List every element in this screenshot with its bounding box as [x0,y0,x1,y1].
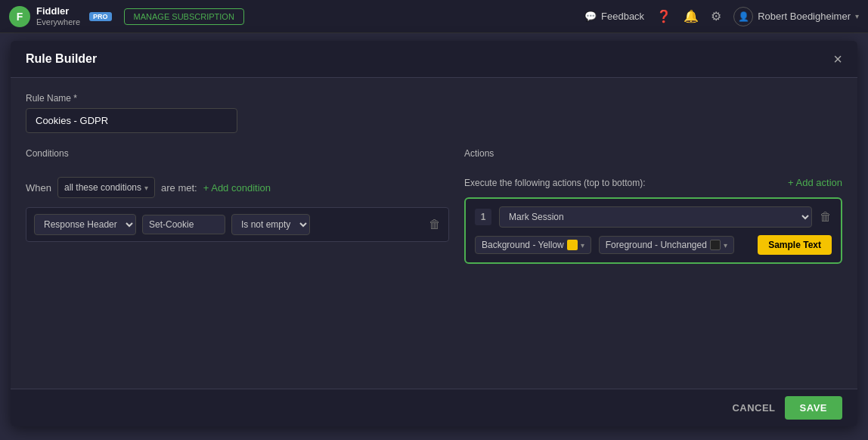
condition-filter3-select[interactable]: Is not empty [231,214,310,235]
notification-icon[interactable]: 🔔 [684,9,699,23]
conditions-section-title: Conditions [26,148,69,159]
actions-column: Actions Execute the following actions (t… [464,148,842,264]
app-sub: Everywhere [36,17,80,27]
pro-badge: PRO [89,12,112,21]
two-column-layout: Conditions When all these conditions ▾ a… [26,148,842,264]
condition-filter2-input[interactable] [142,215,225,234]
bg-color-label: Background - Yellow [482,240,564,250]
save-button[interactable]: SAVE [785,396,842,420]
condition-when-row: When all these conditions ▾ are met: + A… [26,177,449,198]
modal-footer: CANCEL SAVE [11,389,857,426]
rule-name-section: Rule Name * [26,93,842,133]
main-content: Rule Builder × Rule Name * Conditions Wh… [0,33,868,440]
action-bottom-row: Background - Yellow ▾ Foreground - Uncha… [475,235,832,255]
modal-body: Rule Name * Conditions When all these co… [11,78,857,389]
conditions-type-chevron-icon: ▾ [144,184,148,192]
modal-title: Rule Builder [26,52,97,66]
action-card: 1 Mark Session 🗑 Background - Yellow ▾ [464,197,842,264]
manage-subscription-button[interactable]: MANAGE SUBSCRIPTION [124,8,244,25]
action-delete-button[interactable]: 🗑 [820,210,832,224]
modal-close-button[interactable]: × [833,51,842,67]
foreground-color-select[interactable]: Foreground - Unchanged ▾ [599,236,734,254]
feedback-icon: 💬 [584,11,597,22]
are-met-label: are met: [161,182,197,194]
conditions-column: Conditions When all these conditions ▾ a… [26,148,449,264]
conditions-header: Conditions [26,148,449,168]
user-name: Robert Boedigheimer [758,11,851,22]
condition-row: Response Header Is not empty 🗑 [26,207,449,242]
condition-filter1-select[interactable]: Response Header [34,214,136,235]
execute-label: Execute the following actions (top to bo… [464,178,788,188]
action-top-row: 1 Mark Session 🗑 [475,206,832,228]
user-menu[interactable]: 👤 Robert Boedigheimer ▾ [733,7,859,26]
action-type-select[interactable]: Mark Session [499,206,812,228]
rule-name-label: Rule Name * [26,93,842,104]
app-logo: F Fiddler Everywhere PRO [9,5,112,27]
fg-color-dot [710,240,721,250]
cancel-button[interactable]: CANCEL [732,402,775,414]
rule-name-input[interactable] [26,108,237,133]
topbar: F Fiddler Everywhere PRO MANAGE SUBSCRIP… [0,0,868,33]
actions-header: Actions [464,148,842,168]
condition-delete-button[interactable]: 🗑 [429,218,441,231]
bg-chevron-icon: ▾ [581,241,584,249]
help-icon[interactable]: ❓ [656,9,671,23]
feedback-label: Feedback [601,11,644,22]
add-condition-button[interactable]: + Add condition [203,182,271,194]
user-chevron-icon: ▾ [855,12,859,20]
fg-color-label: Foreground - Unchanged [606,240,707,250]
logo-icon: F [9,6,30,27]
actions-section-title: Actions [464,148,494,159]
bg-color-dot [567,240,578,250]
background-color-select[interactable]: Background - Yellow ▾ [475,236,591,254]
fg-chevron-icon: ▾ [724,241,727,249]
action-number: 1 [475,209,491,225]
conditions-type-dropdown[interactable]: all these conditions ▾ [57,177,155,198]
modal-header: Rule Builder × [11,41,857,78]
app-name: Fiddler [36,5,80,17]
topbar-right: 💬 Feedback ❓ 🔔 ⚙ 👤 Robert Boedigheimer ▾ [584,7,859,26]
logo-text: Fiddler Everywhere [36,5,80,27]
sample-text-button[interactable]: Sample Text [758,235,832,255]
rule-builder-modal: Rule Builder × Rule Name * Conditions Wh… [11,41,857,426]
user-avatar: 👤 [733,7,753,26]
add-action-button[interactable]: + Add action [788,177,842,188]
feedback-button[interactable]: 💬 Feedback [584,11,644,22]
settings-icon[interactable]: ⚙ [711,9,721,23]
when-label: When [26,182,51,194]
conditions-type-label: all these conditions [64,182,141,193]
